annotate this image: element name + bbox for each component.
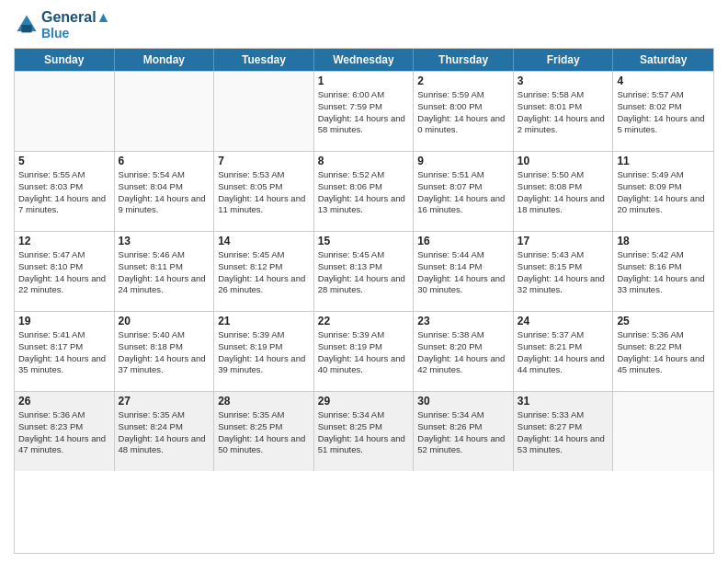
day-number: 7 (218, 155, 310, 167)
header-day-wednesday: Wednesday (314, 49, 415, 71)
calendar-cell: 18Sunrise: 5:42 AM Sunset: 8:16 PM Dayli… (613, 232, 713, 311)
header-day-thursday: Thursday (414, 49, 514, 71)
calendar-cell: 22Sunrise: 5:39 AM Sunset: 8:19 PM Dayli… (314, 312, 415, 391)
day-info: Sunrise: 5:43 AM Sunset: 8:15 PM Dayligh… (518, 249, 609, 296)
header-day-sunday: Sunday (15, 49, 115, 71)
day-number: 24 (518, 315, 609, 327)
calendar-cell: 1Sunrise: 6:00 AM Sunset: 7:59 PM Daylig… (314, 72, 415, 151)
logo-icon (14, 12, 40, 38)
day-info: Sunrise: 5:44 AM Sunset: 8:14 PM Dayligh… (417, 249, 509, 296)
calendar-row-1: 1Sunrise: 6:00 AM Sunset: 7:59 PM Daylig… (15, 71, 713, 151)
calendar-cell: 13Sunrise: 5:46 AM Sunset: 8:11 PM Dayli… (115, 232, 215, 311)
calendar-cell: 11Sunrise: 5:49 AM Sunset: 8:09 PM Dayli… (613, 152, 713, 231)
day-number: 22 (318, 315, 410, 327)
calendar-cell: 29Sunrise: 5:34 AM Sunset: 8:25 PM Dayli… (314, 392, 415, 471)
day-number: 31 (518, 395, 609, 408)
day-number: 11 (617, 155, 710, 167)
day-number: 19 (18, 315, 110, 327)
calendar-cell: 26Sunrise: 5:36 AM Sunset: 8:23 PM Dayli… (15, 392, 115, 471)
logo: General▲ Blue (14, 9, 110, 40)
day-info: Sunrise: 5:57 AM Sunset: 8:02 PM Dayligh… (617, 89, 710, 136)
calendar-cell (15, 72, 115, 151)
day-number: 26 (18, 395, 110, 408)
calendar-row-3: 12Sunrise: 5:47 AM Sunset: 8:10 PM Dayli… (15, 231, 713, 311)
day-info: Sunrise: 5:33 AM Sunset: 8:27 PM Dayligh… (518, 409, 609, 456)
calendar: SundayMondayTuesdayWednesdayThursdayFrid… (14, 48, 714, 554)
day-info: Sunrise: 5:45 AM Sunset: 8:13 PM Dayligh… (318, 249, 410, 296)
day-info: Sunrise: 5:59 AM Sunset: 8:00 PM Dayligh… (417, 89, 509, 136)
calendar-cell: 9Sunrise: 5:51 AM Sunset: 8:07 PM Daylig… (414, 152, 514, 231)
calendar-cell: 14Sunrise: 5:45 AM Sunset: 8:12 PM Dayli… (214, 232, 314, 311)
logo-line1: General▲ (41, 9, 110, 26)
day-info: Sunrise: 5:39 AM Sunset: 8:19 PM Dayligh… (218, 329, 310, 376)
calendar-cell: 25Sunrise: 5:36 AM Sunset: 8:22 PM Dayli… (613, 312, 713, 391)
day-info: Sunrise: 5:40 AM Sunset: 8:18 PM Dayligh… (119, 329, 210, 376)
calendar-cell: 20Sunrise: 5:40 AM Sunset: 8:18 PM Dayli… (115, 312, 215, 391)
day-info: Sunrise: 5:53 AM Sunset: 8:05 PM Dayligh… (218, 169, 310, 216)
day-info: Sunrise: 5:58 AM Sunset: 8:01 PM Dayligh… (518, 89, 609, 136)
day-info: Sunrise: 5:42 AM Sunset: 8:16 PM Dayligh… (617, 249, 710, 296)
day-number: 6 (119, 155, 210, 167)
calendar-cell: 24Sunrise: 5:37 AM Sunset: 8:21 PM Dayli… (514, 312, 614, 391)
day-info: Sunrise: 5:34 AM Sunset: 8:26 PM Dayligh… (417, 409, 509, 456)
day-info: Sunrise: 5:55 AM Sunset: 8:03 PM Dayligh… (18, 169, 110, 216)
calendar-row-5: 26Sunrise: 5:36 AM Sunset: 8:23 PM Dayli… (15, 391, 713, 471)
calendar-cell: 23Sunrise: 5:38 AM Sunset: 8:20 PM Dayli… (414, 312, 514, 391)
calendar-cell: 8Sunrise: 5:52 AM Sunset: 8:06 PM Daylig… (314, 152, 415, 231)
calendar-cell: 4Sunrise: 5:57 AM Sunset: 8:02 PM Daylig… (613, 72, 713, 151)
day-number: 12 (18, 235, 110, 247)
day-info: Sunrise: 5:49 AM Sunset: 8:09 PM Dayligh… (617, 169, 710, 216)
calendar-row-4: 19Sunrise: 5:41 AM Sunset: 8:17 PM Dayli… (15, 311, 713, 391)
day-number: 3 (518, 75, 609, 87)
calendar-cell: 30Sunrise: 5:34 AM Sunset: 8:26 PM Dayli… (414, 392, 514, 471)
calendar-cell: 3Sunrise: 5:58 AM Sunset: 8:01 PM Daylig… (514, 72, 614, 151)
calendar-header: SundayMondayTuesdayWednesdayThursdayFrid… (15, 49, 713, 71)
day-info: Sunrise: 5:38 AM Sunset: 8:20 PM Dayligh… (417, 329, 509, 376)
calendar-cell (613, 392, 713, 471)
header: General▲ Blue (14, 9, 714, 40)
day-number: 20 (119, 315, 210, 327)
calendar-cell (214, 72, 314, 151)
day-info: Sunrise: 5:36 AM Sunset: 8:22 PM Dayligh… (617, 329, 710, 376)
calendar-cell: 19Sunrise: 5:41 AM Sunset: 8:17 PM Dayli… (15, 312, 115, 391)
calendar-cell: 7Sunrise: 5:53 AM Sunset: 8:05 PM Daylig… (214, 152, 314, 231)
day-number: 15 (318, 235, 410, 247)
calendar-body: 1Sunrise: 6:00 AM Sunset: 7:59 PM Daylig… (15, 71, 713, 471)
calendar-cell: 27Sunrise: 5:35 AM Sunset: 8:24 PM Dayli… (115, 392, 215, 471)
day-info: Sunrise: 5:52 AM Sunset: 8:06 PM Dayligh… (318, 169, 410, 216)
header-day-monday: Monday (115, 49, 215, 71)
day-number: 8 (318, 155, 410, 167)
logo-line2: Blue (41, 26, 110, 40)
day-number: 28 (218, 395, 310, 408)
day-info: Sunrise: 5:41 AM Sunset: 8:17 PM Dayligh… (18, 329, 110, 376)
day-number: 5 (18, 155, 110, 167)
calendar-cell: 17Sunrise: 5:43 AM Sunset: 8:15 PM Dayli… (514, 232, 614, 311)
svg-rect-1 (21, 25, 31, 32)
day-number: 16 (417, 235, 509, 247)
day-info: Sunrise: 5:39 AM Sunset: 8:19 PM Dayligh… (318, 329, 410, 376)
calendar-cell: 15Sunrise: 5:45 AM Sunset: 8:13 PM Dayli… (314, 232, 415, 311)
day-info: Sunrise: 5:50 AM Sunset: 8:08 PM Dayligh… (518, 169, 609, 216)
calendar-cell: 10Sunrise: 5:50 AM Sunset: 8:08 PM Dayli… (514, 152, 614, 231)
calendar-cell: 12Sunrise: 5:47 AM Sunset: 8:10 PM Dayli… (15, 232, 115, 311)
calendar-cell: 5Sunrise: 5:55 AM Sunset: 8:03 PM Daylig… (15, 152, 115, 231)
header-day-friday: Friday (514, 49, 614, 71)
day-number: 23 (417, 315, 509, 327)
day-info: Sunrise: 5:51 AM Sunset: 8:07 PM Dayligh… (417, 169, 509, 216)
day-number: 1 (318, 75, 410, 87)
day-info: Sunrise: 5:34 AM Sunset: 8:25 PM Dayligh… (318, 409, 410, 456)
calendar-cell: 31Sunrise: 5:33 AM Sunset: 8:27 PM Dayli… (514, 392, 614, 471)
page: General▲ Blue SundayMondayTuesdayWednesd… (0, 0, 728, 563)
day-number: 30 (417, 395, 509, 408)
day-info: Sunrise: 5:36 AM Sunset: 8:23 PM Dayligh… (18, 409, 110, 456)
header-day-saturday: Saturday (613, 49, 713, 71)
day-number: 21 (218, 315, 310, 327)
day-number: 17 (518, 235, 609, 247)
day-number: 4 (617, 75, 710, 87)
day-info: Sunrise: 5:46 AM Sunset: 8:11 PM Dayligh… (119, 249, 210, 296)
day-number: 27 (119, 395, 210, 408)
day-info: Sunrise: 5:37 AM Sunset: 8:21 PM Dayligh… (518, 329, 609, 376)
calendar-cell: 6Sunrise: 5:54 AM Sunset: 8:04 PM Daylig… (115, 152, 215, 231)
day-info: Sunrise: 5:35 AM Sunset: 8:24 PM Dayligh… (119, 409, 210, 456)
day-number: 10 (518, 155, 609, 167)
